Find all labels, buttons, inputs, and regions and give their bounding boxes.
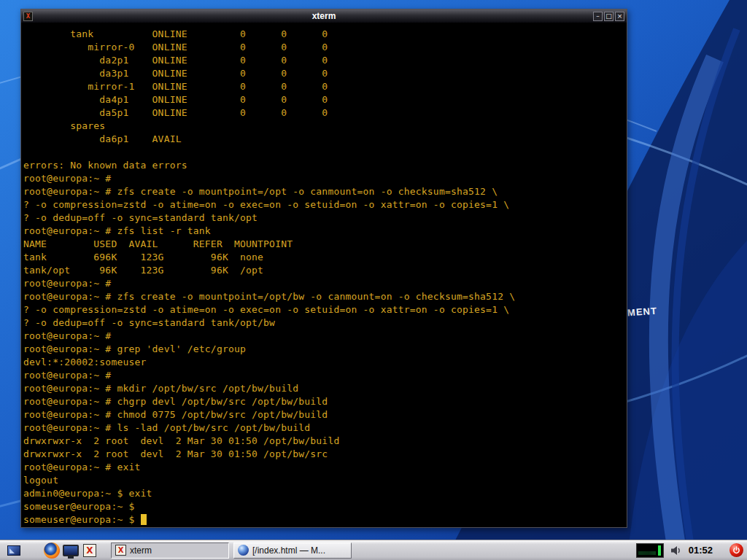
terminal-line: errors: No known data errors [23,159,627,172]
terminal-line: someuser@europa:~ $ [23,500,627,513]
xterm-icon: X [115,545,126,556]
terminal-line: root@europa:~ # [23,330,627,343]
terminal-line: root@europa:~ # grep 'devl' /etc/group [23,343,627,356]
taskbar-clock: 01:52 [689,545,713,556]
terminal-line: ? -o dedup=off -o sync=standard tank/opt [23,211,627,225]
terminal-line: tank 696K 123G 96K none [23,251,627,264]
xterm-window-icon: X [23,12,33,21]
show-desktop-icon [7,545,20,556]
xterm-icon: X [83,544,96,557]
wallpaper-text: MENT [627,306,658,319]
desktop: MENT X xterm – □ × tank ONLINE 0 0 0 mir… [0,0,747,560]
terminal-line: logout [23,474,627,487]
close-button[interactable]: × [615,12,624,21]
system-tray: 01:52 [636,543,747,558]
terminal-line [23,146,627,159]
terminal-line: someuser@europa:~ $ [23,513,627,526]
terminal-line: root@europa:~ # mkdir /opt/bw/src /opt/b… [23,382,627,395]
terminal[interactable]: tank ONLINE 0 0 0 mirror-0 ONLINE 0 0 0 … [21,23,627,527]
terminal-line: da5p1 ONLINE 0 0 0 [23,106,627,120]
monitor-bar [658,545,661,556]
terminal-line: mirror-1 ONLINE 0 0 0 [23,80,627,93]
minimize-button[interactable]: – [593,12,603,21]
terminal-line: NAME USED AVAIL REFER MOUNTPOINT [23,238,627,251]
system-monitor-icon[interactable] [636,543,664,558]
power-icon[interactable] [729,543,743,557]
speaker-icon[interactable] [669,544,684,557]
launcher-terminal[interactable] [61,541,80,560]
terminal-line: root@europa:~ # ls -lad /opt/bw/src /opt… [23,421,627,435]
terminal-line: ? -o dedup=off -o sync=standard tank/opt… [23,316,627,330]
terminal-line: root@europa:~ # zfs create -o mountpoint… [23,290,627,303]
browser-globe-icon [238,545,249,556]
terminal-line: drwxrwxr-x 2 root devl 2 Mar 30 01:50 /o… [23,448,627,461]
xterm-window: X xterm – □ × tank ONLINE 0 0 0 mirror-0… [20,9,627,528]
terminal-line: spares [23,120,627,133]
task-label: [/index.html — M... [252,545,325,556]
terminal-line: root@europa:~ # exit [23,461,627,474]
taskbar-task-xterm[interactable]: X xterm [111,542,229,559]
terminal-monitor-icon [63,545,79,556]
titlebar[interactable]: X xterm – □ × [21,9,627,23]
terminal-line: root@europa:~ # chmod 0775 /opt/bw/src /… [23,408,627,421]
launcher-firefox[interactable] [42,541,61,560]
terminal-line: root@europa:~ # [23,172,627,185]
terminal-line: da2p1 ONLINE 0 0 0 [23,54,627,67]
terminal-line: da3p1 ONLINE 0 0 0 [23,67,627,80]
taskbar: X X xterm [/index.html — M... 01:52 [0,540,747,560]
terminal-line: ? -o compression=zstd -o atime=on -o exe… [23,198,627,211]
terminal-line: ? -o compression=zstd -o atime=on -o exe… [23,303,627,316]
launcher-show-desktop[interactable] [4,541,23,560]
task-label: xterm [130,545,152,556]
terminal-line: devl:*:20002:someuser [23,356,627,369]
taskbar-task-browser[interactable]: [/index.html — M... [233,542,352,559]
terminal-cursor [141,514,147,525]
firefox-icon [44,542,60,559]
terminal-line: root@europa:~ # chgrp devl /opt/bw/src /… [23,395,627,408]
terminal-line: da4p1 ONLINE 0 0 0 [23,93,627,106]
terminal-line: root@europa:~ # [23,277,627,290]
terminal-line: tank/opt 96K 123G 96K /opt [23,264,627,277]
terminal-line: drwxrwxr-x 2 root devl 2 Mar 30 01:50 /o… [23,435,627,448]
window-title: xterm [21,9,627,23]
window-controls: – □ × [593,12,624,21]
launcher-xterm[interactable]: X [80,541,99,560]
terminal-line: admin0@europa:~ $ exit [23,487,627,500]
maximize-button[interactable]: □ [604,12,614,21]
terminal-line: root@europa:~ # zfs list -r tank [23,225,627,238]
terminal-line: mirror-0 ONLINE 0 0 0 [23,41,627,54]
terminal-line: root@europa:~ # zfs create -o mountpoint… [23,185,627,198]
monitor-trace [638,551,656,555]
terminal-line: root@europa:~ # [23,369,627,382]
terminal-line: da6p1 AVAIL [23,133,627,146]
terminal-line: tank ONLINE 0 0 0 [23,28,627,41]
